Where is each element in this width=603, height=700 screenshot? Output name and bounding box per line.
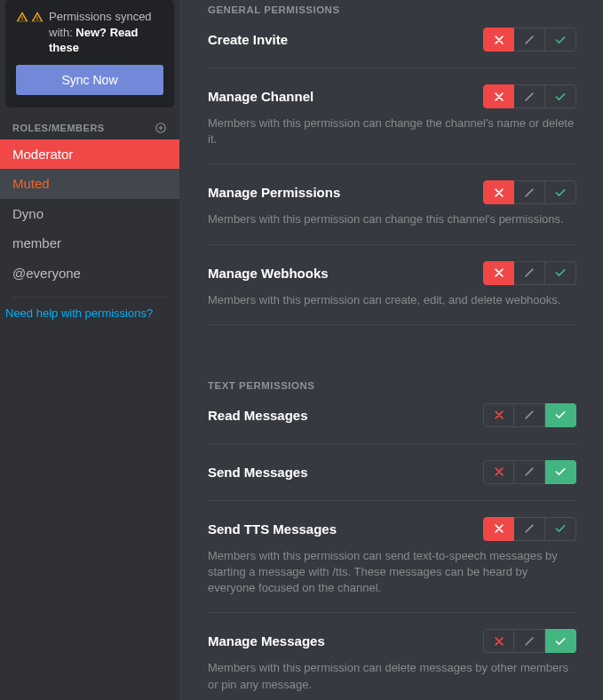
sync-panel: Permissions synced with: New? Read these… xyxy=(5,0,174,107)
permission-item: Manage WebhooksMembers with this permiss… xyxy=(208,261,576,308)
warning-icon xyxy=(31,11,44,23)
allow-button[interactable] xyxy=(545,28,576,52)
passthrough-button[interactable] xyxy=(514,629,545,653)
permission-item: Manage ChannelMembers with this permissi… xyxy=(208,84,576,147)
role-item[interactable]: member xyxy=(0,228,179,259)
deny-button[interactable] xyxy=(483,460,514,484)
allow-button[interactable] xyxy=(545,629,576,653)
permission-title: Create Invite xyxy=(208,32,288,47)
permission-description: Members with this permission can delete … xyxy=(208,660,576,692)
deny-button[interactable] xyxy=(483,629,514,653)
passthrough-button[interactable] xyxy=(514,460,545,484)
allow-button[interactable] xyxy=(545,403,576,427)
deny-button[interactable] xyxy=(483,261,514,285)
permissions-panel: GENERAL PERMISSIONSCreate InviteManage C… xyxy=(179,0,603,700)
permission-tri-toggle xyxy=(483,403,576,427)
permission-item: Send TTS MessagesMembers with this permi… xyxy=(208,517,576,597)
divider xyxy=(208,163,576,164)
permission-tri-toggle xyxy=(483,261,576,285)
passthrough-button[interactable] xyxy=(514,261,545,285)
permission-description: Members with this permission can create,… xyxy=(208,292,576,308)
divider xyxy=(12,297,167,298)
permission-title: Manage Channel xyxy=(208,89,313,104)
permission-title: Send TTS Messages xyxy=(208,521,337,537)
divider xyxy=(208,324,576,325)
passthrough-button[interactable] xyxy=(514,403,545,427)
role-item[interactable]: @everyone xyxy=(0,259,179,289)
deny-button[interactable] xyxy=(483,84,514,108)
permission-item: Manage MessagesMembers with this permiss… xyxy=(208,629,576,692)
permission-item: Manage PermissionsMembers with this perm… xyxy=(208,180,576,227)
permission-tri-toggle xyxy=(483,28,576,52)
sync-now-button[interactable]: Sync Now xyxy=(16,65,163,95)
permission-tri-toggle xyxy=(483,629,576,653)
section-header: GENERAL PERMISSIONS xyxy=(208,4,576,15)
sidebar: Permissions synced with: New? Read these… xyxy=(0,0,179,700)
role-item[interactable]: Dyno xyxy=(0,199,179,229)
role-item[interactable]: Moderator xyxy=(0,139,179,170)
sync-text: Permissions synced with: New? Read these xyxy=(49,9,163,56)
allow-button[interactable] xyxy=(545,180,576,204)
permission-title: Read Messages xyxy=(208,408,308,423)
permission-description: Members with this permission can send te… xyxy=(208,548,576,597)
passthrough-button[interactable] xyxy=(514,180,545,204)
permission-title: Manage Webhooks xyxy=(208,266,329,281)
divider xyxy=(208,68,576,68)
divider xyxy=(208,443,576,444)
allow-button[interactable] xyxy=(545,84,576,108)
passthrough-button[interactable] xyxy=(514,28,545,52)
permission-tri-toggle xyxy=(483,517,576,541)
warning-icon xyxy=(16,11,28,23)
help-link[interactable]: Need help with permissions? xyxy=(0,306,179,320)
allow-button[interactable] xyxy=(545,460,576,484)
permission-title: Manage Messages xyxy=(208,633,325,648)
permission-description: Members with this permission can change … xyxy=(208,115,576,147)
deny-button[interactable] xyxy=(483,517,514,541)
role-list: ModeratorMutedDynomember@everyone xyxy=(0,139,179,289)
divider xyxy=(208,500,576,501)
deny-button[interactable] xyxy=(483,403,514,427)
passthrough-button[interactable] xyxy=(514,517,545,541)
sync-warn-icons xyxy=(16,9,44,23)
passthrough-button[interactable] xyxy=(514,84,545,108)
permission-description: Members with this permission can change … xyxy=(208,211,576,227)
permission-tri-toggle xyxy=(483,460,576,484)
allow-button[interactable] xyxy=(545,517,576,541)
permission-title: Send Messages xyxy=(208,465,308,480)
deny-button[interactable] xyxy=(483,28,514,52)
allow-button[interactable] xyxy=(545,261,576,285)
section-header: TEXT PERMISSIONS xyxy=(208,380,576,391)
roles-header: ROLES/MEMBERS xyxy=(0,116,179,139)
roles-header-label: ROLES/MEMBERS xyxy=(12,123,105,133)
divider xyxy=(208,612,576,613)
permission-item: Send Messages xyxy=(208,460,576,484)
divider xyxy=(208,244,576,245)
permission-item: Read Messages xyxy=(208,403,576,427)
permission-title: Manage Permissions xyxy=(208,185,340,200)
deny-button[interactable] xyxy=(483,180,514,204)
permission-tri-toggle xyxy=(483,84,576,108)
role-item[interactable]: Muted xyxy=(0,169,179,199)
permission-item: Create Invite xyxy=(208,28,576,52)
permission-tri-toggle xyxy=(483,180,576,204)
add-role-icon[interactable] xyxy=(155,122,167,134)
